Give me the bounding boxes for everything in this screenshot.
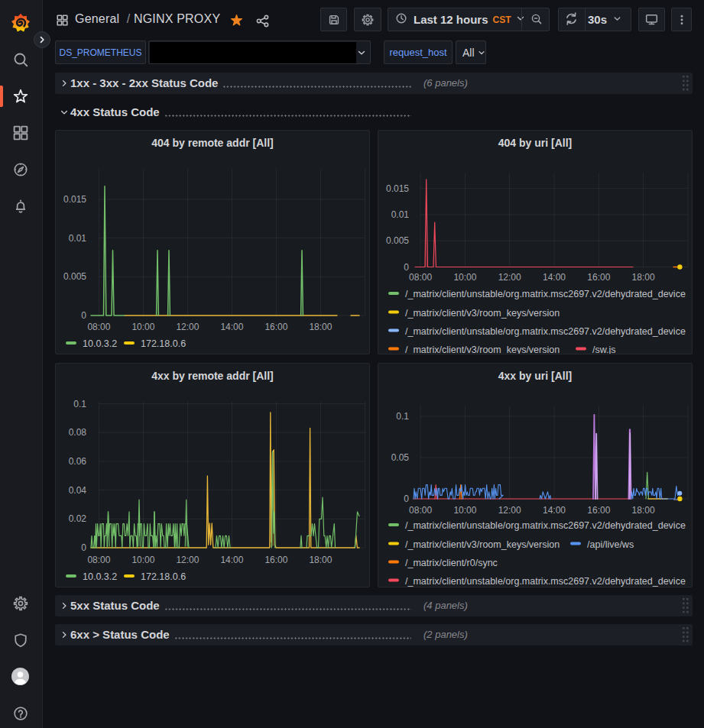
svg-text:10.0.3.2: 10.0.3.2 [83, 571, 117, 582]
svg-text:16:00: 16:00 [587, 272, 610, 283]
svg-text:14:00: 14:00 [543, 272, 566, 283]
svg-text:08:00: 08:00 [409, 505, 432, 516]
svg-text:18:00: 18:00 [632, 272, 655, 283]
svg-text:/_matrix/client/unstable/org.m: /_matrix/client/unstable/org.matrix.msc2… [405, 289, 686, 299]
svg-text:08:00: 08:00 [87, 555, 110, 565]
svg-text:18:00: 18:00 [309, 555, 332, 565]
svg-text:0: 0 [404, 262, 409, 273]
svg-text:0: 0 [81, 310, 86, 321]
svg-text:10:00: 10:00 [131, 555, 154, 565]
svg-text:/_matrix/client/unstable/org.m: /_matrix/client/unstable/org.matrix.msc2… [405, 326, 686, 337]
svg-text:/_matrix/client/unstable/org.m: /_matrix/client/unstable/org.matrix.msc2… [405, 576, 686, 587]
svg-text:/_matrix/client/v3/room_keys/v: /_matrix/client/v3/room_keys/version [405, 308, 560, 319]
svg-text:/sw.js: /sw.js [592, 345, 616, 354]
svg-text:/_matrix/client/v3/room_keys/v: /_matrix/client/v3/room_keys/version [405, 539, 560, 550]
svg-text:0.01: 0.01 [69, 233, 87, 244]
svg-text:14:00: 14:00 [220, 322, 243, 332]
svg-text:10:00: 10:00 [453, 505, 476, 516]
svg-text:18:00: 18:00 [632, 505, 655, 516]
svg-text:172.18.0.6: 172.18.0.6 [141, 338, 186, 349]
svg-text:0.04: 0.04 [69, 485, 87, 496]
svg-text:14:00: 14:00 [543, 505, 566, 516]
svg-text:18:00: 18:00 [309, 322, 332, 332]
svg-text:0.06: 0.06 [69, 456, 87, 467]
svg-text:0.08: 0.08 [69, 427, 87, 438]
svg-text:10:00: 10:00 [453, 272, 476, 283]
svg-text:/_matrix/client/r0/sync: /_matrix/client/r0/sync [405, 558, 498, 568]
svg-text:16:00: 16:00 [587, 505, 610, 516]
svg-text:12:00: 12:00 [498, 505, 521, 516]
svg-text:0: 0 [81, 542, 86, 553]
svg-text:14:00: 14:00 [220, 555, 243, 565]
svg-text:08:00: 08:00 [87, 322, 110, 332]
svg-text:10.0.3.2: 10.0.3.2 [83, 338, 117, 349]
svg-text:10:00: 10:00 [131, 322, 154, 332]
svg-text:0.01: 0.01 [391, 209, 410, 220]
svg-text:16:00: 16:00 [264, 555, 287, 565]
svg-text:0.015: 0.015 [63, 194, 86, 205]
svg-text:/api/live/ws: /api/live/ws [587, 539, 634, 550]
svg-text:12:00: 12:00 [498, 272, 521, 283]
svg-text:/_matrix/client/unstable/org.m: /_matrix/client/unstable/org.matrix.msc2… [405, 520, 686, 531]
svg-text:0.005: 0.005 [386, 235, 409, 246]
svg-text:12:00: 12:00 [176, 555, 199, 565]
svg-text:0.005: 0.005 [63, 271, 86, 282]
svg-text:0.015: 0.015 [386, 183, 409, 194]
svg-text:08:00: 08:00 [409, 272, 432, 283]
svg-text:16:00: 16:00 [264, 322, 287, 332]
svg-text:12:00: 12:00 [176, 322, 199, 332]
svg-text:0.1: 0.1 [396, 411, 409, 422]
svg-text:172.18.0.6: 172.18.0.6 [141, 571, 186, 582]
svg-text:0: 0 [404, 493, 409, 504]
svg-text:0.05: 0.05 [391, 452, 410, 463]
svg-text:0.1: 0.1 [73, 399, 86, 409]
svg-text:/_matrix/client/v3/room_keys/v: /_matrix/client/v3/room_keys/version [405, 345, 560, 354]
svg-text:0.02: 0.02 [69, 513, 87, 524]
